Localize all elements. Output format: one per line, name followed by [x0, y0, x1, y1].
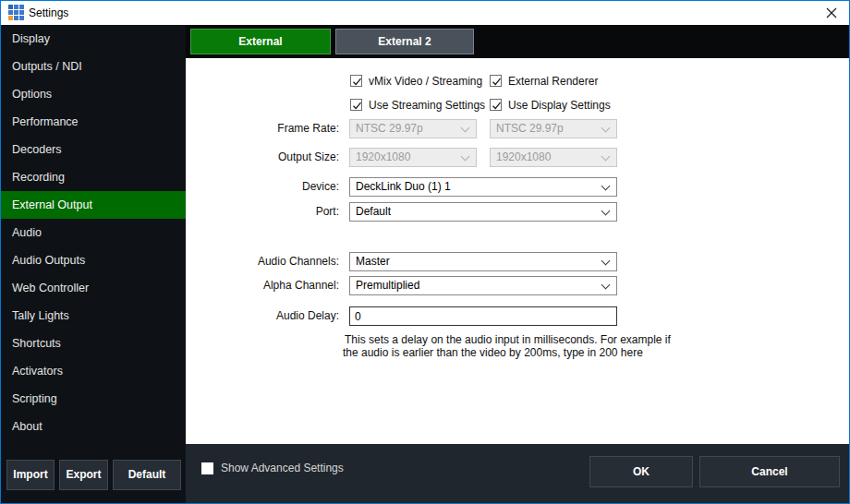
- vmix-logo-icon: [8, 5, 24, 20]
- close-icon[interactable]: [824, 6, 839, 20]
- default-button[interactable]: Default: [113, 460, 181, 490]
- checkbox-checked-icon[interactable]: [490, 75, 502, 87]
- sidebar-item-web-controller[interactable]: Web Controller: [1, 274, 186, 302]
- audio-delay-help-line-2: the audio is earlier than the video by 2…: [343, 346, 643, 359]
- frame-rate-label: Frame Rate:: [186, 119, 339, 138]
- audio-delay-help-line-1: This sets a delay on the audio input in …: [345, 333, 671, 346]
- checkbox-label: External Renderer: [508, 75, 598, 88]
- checkbox-checked-icon[interactable]: [350, 99, 362, 111]
- output-size-label: Output Size:: [186, 148, 339, 167]
- sidebar-item-audio[interactable]: Audio: [1, 219, 186, 246]
- sidebar-item-options[interactable]: Options: [1, 80, 186, 108]
- device-select[interactable]: DeckLink Duo (1) 1: [349, 177, 617, 197]
- sidebar-item-activators[interactable]: Activators: [1, 357, 186, 385]
- chevron-down-icon: [601, 152, 611, 162]
- import-button[interactable]: Import: [6, 460, 55, 490]
- chevron-down-icon: [461, 152, 470, 162]
- sidebar-item-performance[interactable]: Performance: [1, 108, 186, 136]
- checkbox-label: Use Display Settings: [508, 99, 611, 112]
- tab-external-2[interactable]: External 2: [335, 29, 474, 54]
- tab-bar: External External 2: [186, 25, 849, 58]
- sidebar: DisplayOutputs / NDIOptionsPerformanceDe…: [1, 25, 186, 503]
- sidebar-item-shortcuts[interactable]: Shortcuts: [1, 330, 186, 357]
- show-advanced-label: Show Advanced Settings: [221, 462, 344, 474]
- chevron-down-icon: [601, 124, 611, 133]
- sidebar-item-external-output[interactable]: External Output: [1, 191, 186, 219]
- sidebar-item-outputs-ndi[interactable]: Outputs / NDI: [1, 53, 186, 80]
- cancel-button[interactable]: Cancel: [699, 456, 840, 487]
- external-output-form: vMix Video / StreamingExternal RendererU…: [186, 58, 849, 444]
- chevron-down-icon: [601, 257, 611, 266]
- checkbox-label: Use Streaming Settings: [369, 99, 485, 112]
- audio-delay-input[interactable]: [349, 306, 617, 326]
- frame-rate-select-1: NTSC 29.97p: [349, 119, 477, 138]
- port-label: Port:: [186, 202, 339, 222]
- chevron-down-icon: [601, 281, 611, 290]
- sidebar-nav: DisplayOutputs / NDIOptionsPerformanceDe…: [1, 25, 186, 440]
- chevron-down-icon: [601, 182, 611, 191]
- tab-external[interactable]: External: [190, 29, 331, 54]
- device-label: Device:: [186, 177, 339, 197]
- output-size-select-1: 1920x1080: [349, 148, 477, 167]
- export-button[interactable]: Export: [59, 460, 108, 490]
- audio-channels-select[interactable]: Master: [349, 252, 617, 271]
- alpha-channel-label: Alpha Channel:: [186, 276, 339, 295]
- titlebar: Settings: [1, 1, 849, 25]
- settings-window: Settings DisplayOutputs / NDIOptionsPerf…: [0, 0, 850, 504]
- show-advanced-checkbox[interactable]: [201, 462, 213, 474]
- sidebar-item-audio-outputs[interactable]: Audio Outputs: [1, 246, 186, 274]
- alpha-channel-select[interactable]: Premultiplied: [349, 276, 617, 295]
- window-title: Settings: [29, 6, 68, 19]
- port-select[interactable]: Default: [349, 202, 617, 222]
- sidebar-item-scripting[interactable]: Scripting: [1, 385, 186, 413]
- main-panel: External External 2 vMix Video / Streami…: [186, 25, 849, 503]
- footer-bar: Show Advanced Settings OK Cancel: [186, 444, 849, 503]
- checkbox-checked-icon[interactable]: [490, 99, 502, 111]
- checkbox-label: vMix Video / Streaming: [369, 75, 482, 88]
- frame-rate-select-2: NTSC 29.97p: [490, 119, 617, 138]
- chevron-down-icon: [601, 207, 611, 216]
- checkbox-checked-icon[interactable]: [350, 75, 362, 87]
- ok-button[interactable]: OK: [589, 456, 693, 487]
- sidebar-item-about[interactable]: About: [1, 413, 186, 440]
- chevron-down-icon: [461, 124, 470, 133]
- audio-channels-label: Audio Channels:: [186, 252, 339, 271]
- sidebar-item-tally-lights[interactable]: Tally Lights: [1, 302, 186, 330]
- sidebar-item-decoders[interactable]: Decoders: [1, 136, 186, 163]
- sidebar-item-recording[interactable]: Recording: [1, 163, 186, 191]
- audio-delay-label: Audio Delay:: [186, 306, 339, 326]
- sidebar-item-display[interactable]: Display: [1, 25, 186, 53]
- output-size-select-2: 1920x1080: [490, 148, 617, 167]
